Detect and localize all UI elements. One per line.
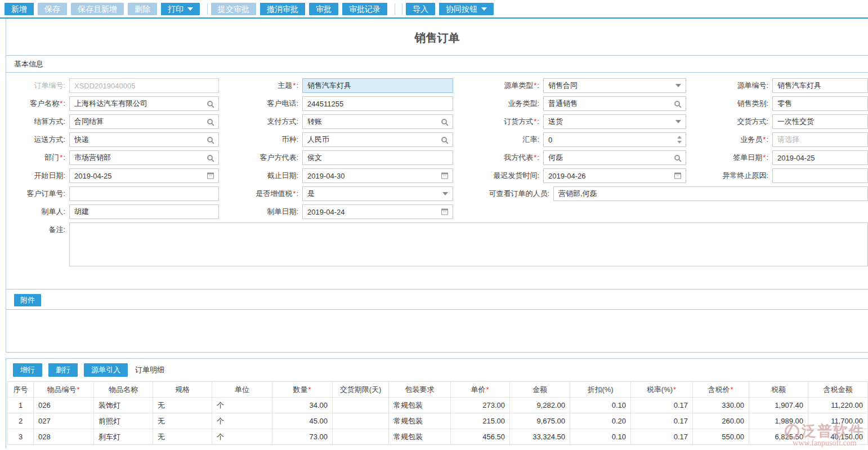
cell-金额[interactable]: 33,324.50 <box>510 429 570 445</box>
create-date-field[interactable]: 2019-04-24 <box>302 204 453 219</box>
cell-单位[interactable]: 个 <box>212 398 272 413</box>
delivery-method-field[interactable]: 一次性交货 <box>772 114 868 129</box>
cancel-approval-button[interactable]: 撤消审批 <box>260 3 305 15</box>
import-button[interactable]: 导入 <box>406 3 435 15</box>
customer-phone-field[interactable]: 244511255 <box>302 96 453 111</box>
submit-approval-button[interactable]: 提交审批 <box>211 3 256 15</box>
source-import-button[interactable]: 源单引入 <box>84 363 128 377</box>
collaboration-button[interactable]: 协同按钮 <box>439 3 494 15</box>
cell-税额[interactable]: 6,825.50 <box>749 429 808 445</box>
source-no-field[interactable]: 销售汽车灯具 <box>772 78 868 93</box>
source-type-field[interactable]: 销售合同 <box>543 78 686 93</box>
cell-物品名称[interactable]: 刹车灯 <box>94 429 153 445</box>
cell-单价[interactable]: 456.50 <box>451 429 510 445</box>
cell-单价[interactable]: 215.00 <box>451 413 510 429</box>
search-icon[interactable] <box>441 137 447 142</box>
cell-物品名称[interactable]: 装饰灯 <box>94 398 153 413</box>
search-icon[interactable] <box>207 101 213 106</box>
cell-规格[interactable]: 无 <box>153 429 212 445</box>
cell-折扣(%)[interactable]: 0.20 <box>570 413 631 429</box>
cell-税率(%)[interactable]: 0.17 <box>631 413 693 429</box>
cell-税率(%)[interactable]: 0.17 <box>631 429 693 445</box>
order-viewers-field[interactable]: 营销部,何磊 <box>553 186 868 201</box>
cell-含税价[interactable]: 260.00 <box>693 413 749 429</box>
subject-field[interactable]: 销售汽车灯具 <box>302 78 453 93</box>
delete-row-button[interactable]: 删行 <box>48 363 78 377</box>
ordering-method-field[interactable]: 送货 <box>543 114 686 129</box>
abnormal-termination-reason-field[interactable] <box>772 168 868 183</box>
cell-包装要求[interactable]: 常规包装 <box>389 413 451 429</box>
save-and-new-button[interactable]: 保存且新增 <box>71 3 124 15</box>
remarks-field[interactable] <box>69 222 868 266</box>
cell-含税价[interactable]: 550.00 <box>693 429 749 445</box>
approve-button[interactable]: 审批 <box>309 3 338 15</box>
cell-数量[interactable]: 34.00 <box>272 398 333 413</box>
cell-单位[interactable]: 个 <box>212 429 272 445</box>
save-button[interactable]: 保存 <box>38 3 67 15</box>
customer-rep-field[interactable]: 侯文 <box>302 150 453 165</box>
cell-交货期限(天)[interactable] <box>333 398 389 413</box>
cell-含税金额[interactable]: 11,700.00 <box>808 413 868 429</box>
shipping-method-field[interactable]: 快递 <box>69 132 219 147</box>
payment-method-field[interactable]: 转账 <box>302 114 453 129</box>
exchange-rate-field[interactable]: 0 <box>543 132 686 147</box>
sales-category-field[interactable]: 零售 <box>772 96 868 111</box>
creator-field[interactable]: 胡建 <box>69 204 219 219</box>
cell-数量[interactable]: 73.00 <box>272 429 333 445</box>
customer-name-field[interactable]: 上海科达汽车有限公司 <box>69 96 219 111</box>
cell-物品编号[interactable]: 028 <box>34 429 94 445</box>
spinner-icon[interactable] <box>677 136 682 144</box>
cell-交货期限(天)[interactable] <box>333 413 389 429</box>
search-icon[interactable] <box>207 155 213 161</box>
order-no-field[interactable]: XSDD2019040005 <box>69 78 219 93</box>
cell-单位[interactable]: 个 <box>212 413 272 429</box>
search-icon[interactable] <box>207 119 213 124</box>
customer-order-no-field[interactable] <box>69 186 219 201</box>
cell-交货期限(天)[interactable] <box>333 429 389 445</box>
print-button[interactable]: 打印 <box>161 3 200 15</box>
add-button[interactable]: 新增 <box>5 3 34 15</box>
cell-数量[interactable]: 45.00 <box>272 413 333 429</box>
sign-date-field[interactable]: 2019-04-25 <box>772 150 868 165</box>
search-icon[interactable] <box>441 119 447 124</box>
cell-折扣(%)[interactable]: 0.10 <box>570 429 631 445</box>
chevron-down-icon[interactable] <box>675 84 681 87</box>
search-icon[interactable] <box>674 155 680 161</box>
spinner-up-icon[interactable] <box>677 136 682 139</box>
cell-物品编号[interactable]: 026 <box>34 398 94 413</box>
cell-含税价[interactable]: 330.00 <box>693 398 749 413</box>
cell-单价[interactable]: 273.00 <box>451 398 510 413</box>
cell-包装要求[interactable]: 常规包装 <box>389 398 451 413</box>
cell-物品名称[interactable]: 前照灯 <box>94 413 153 429</box>
calendar-icon[interactable] <box>674 173 681 179</box>
cell-折扣(%)[interactable]: 0.10 <box>570 398 631 413</box>
department-field[interactable]: 市场营销部 <box>69 150 219 165</box>
cell-含税金额[interactable]: 11,220.00 <box>808 398 868 413</box>
currency-field[interactable]: 人民币 <box>302 132 453 147</box>
approval-record-button[interactable]: 审批记录 <box>342 3 387 15</box>
attachment-button[interactable]: 附件 <box>14 294 41 306</box>
spinner-down-icon[interactable] <box>677 141 682 144</box>
cell-税额[interactable]: 1,989.00 <box>749 413 808 429</box>
salesperson-field[interactable]: 请选择 <box>772 132 868 147</box>
business-type-field[interactable]: 普通销售 <box>543 96 686 111</box>
calendar-icon[interactable] <box>441 173 448 179</box>
latest-ship-date-field[interactable]: 2019-04-26 <box>543 168 686 183</box>
chevron-down-icon[interactable] <box>675 120 681 123</box>
cell-金额[interactable]: 9,282.00 <box>510 398 570 413</box>
calendar-icon[interactable] <box>441 209 448 215</box>
add-row-button[interactable]: 增行 <box>13 363 42 377</box>
vat-flag-field[interactable]: 是 <box>302 186 453 201</box>
delete-button[interactable]: 删除 <box>128 3 157 15</box>
cell-物品编号[interactable]: 027 <box>34 413 94 429</box>
cell-税率(%)[interactable]: 0.17 <box>631 398 693 413</box>
cell-包装要求[interactable]: 常规包装 <box>389 429 451 445</box>
settlement-method-field[interactable]: 合同结算 <box>69 114 219 129</box>
cell-税额[interactable]: 1,907.40 <box>749 398 808 413</box>
end-date-field[interactable]: 2019-04-30 <box>302 168 453 183</box>
chevron-down-icon[interactable] <box>442 192 448 195</box>
cell-含税金额[interactable]: 40,150.00 <box>808 429 868 445</box>
start-date-field[interactable]: 2019-04-25 <box>69 168 219 183</box>
cell-规格[interactable]: 无 <box>153 413 212 429</box>
cell-金额[interactable]: 9,675.00 <box>510 413 570 429</box>
